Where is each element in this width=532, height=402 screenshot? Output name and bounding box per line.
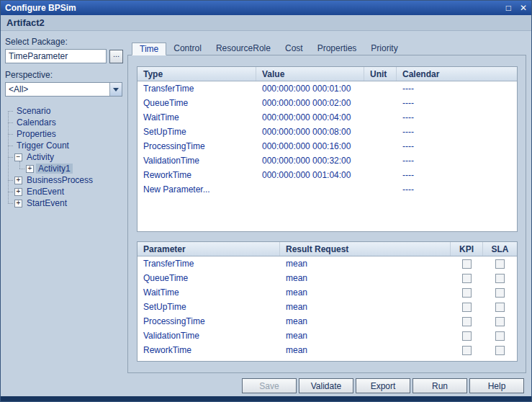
result-cell[interactable]: mean [280, 285, 451, 300]
plus-box-icon[interactable] [26, 165, 34, 173]
calendar-cell[interactable]: ---- [397, 182, 517, 197]
sla-checkbox[interactable] [495, 317, 505, 326]
table-row[interactable]: SetUpTime 000:000:000 000:08:00 ---- [137, 125, 517, 139]
type-cell[interactable]: New Parameter... [137, 182, 256, 197]
table-row[interactable]: TransferTime 000:000:000 000:01:00 ---- [137, 81, 517, 96]
kpi-checkbox[interactable] [462, 317, 472, 326]
calendar-cell[interactable]: ---- [397, 96, 517, 110]
unit-cell[interactable] [364, 139, 397, 153]
result-cell[interactable]: mean [280, 300, 451, 314]
table-row[interactable]: WaitTime mean [137, 285, 517, 300]
perspective-select[interactable]: <All> [5, 82, 122, 97]
result-cell[interactable]: mean [280, 329, 451, 343]
tree-item-startevent[interactable]: StartEvent [5, 197, 123, 209]
tree-item-endevent[interactable]: EndEvent [5, 186, 123, 197]
calendar-cell[interactable]: ---- [397, 153, 517, 168]
result-cell[interactable]: mean [280, 343, 451, 357]
kpi-checkbox[interactable] [462, 331, 472, 341]
table-row[interactable]: WaitTime 000:000:000 000:04:00 ---- [137, 110, 517, 125]
close-icon[interactable]: ✕ [520, 4, 527, 12]
table-row[interactable]: QueueTime mean [137, 271, 517, 285]
col-header-calendar[interactable]: Calendar [397, 67, 517, 81]
calendar-cell[interactable]: ---- [397, 168, 517, 182]
help-button[interactable]: Help [469, 378, 524, 393]
plus-box-icon[interactable] [14, 177, 22, 184]
kpi-checkbox[interactable] [462, 346, 472, 355]
unit-cell[interactable] [364, 125, 397, 139]
unit-cell[interactable] [364, 182, 397, 197]
result-cell[interactable]: mean [280, 256, 451, 271]
col-header-unit[interactable]: Unit [364, 67, 397, 81]
result-cell[interactable]: mean [280, 271, 451, 285]
col-header-type[interactable]: Type [137, 67, 256, 81]
table-row[interactable]: QueueTime 000:000:000 000:02:00 ---- [137, 96, 517, 110]
table-row[interactable]: ReworkTime mean [137, 343, 517, 357]
col-header-kpi[interactable]: KPI [451, 242, 483, 256]
table-row[interactable]: ProcessingTime mean [137, 314, 517, 329]
table-row[interactable]: ProcessingTime 000:000:000 000:16:00 ---… [137, 139, 517, 153]
unit-cell[interactable] [364, 153, 397, 168]
sla-checkbox[interactable] [495, 346, 505, 355]
tab-time[interactable]: Time [132, 43, 166, 55]
tab-priority[interactable]: Priority [364, 43, 405, 55]
col-header-parameter[interactable]: Parameter [137, 242, 280, 256]
validate-button[interactable]: Validate [299, 378, 353, 393]
tree-item-businessprocess[interactable]: BusinessProcess [5, 174, 123, 186]
calendar-cell[interactable]: ---- [397, 139, 517, 153]
value-cell[interactable]: 000:000:000 000:08:00 [256, 125, 364, 139]
value-cell[interactable]: 000:000:000 001:04:00 [256, 168, 364, 182]
browse-button[interactable]: ... [109, 50, 123, 63]
combo-dropdown-button[interactable] [109, 83, 122, 96]
value-cell[interactable]: 000:000:000 000:04:00 [256, 110, 364, 125]
calendar-cell[interactable]: ---- [397, 125, 517, 139]
export-button[interactable]: Export [356, 378, 410, 393]
package-field[interactable]: TimeParameter [5, 49, 107, 63]
plus-box-icon[interactable] [14, 188, 22, 196]
minus-box-icon[interactable] [14, 153, 22, 161]
table-row[interactable]: ReworkTime 000:000:000 001:04:00 ---- [137, 168, 517, 182]
tree-item-calendars[interactable]: Calendars [5, 117, 123, 128]
unit-cell[interactable] [364, 81, 397, 96]
sla-checkbox[interactable] [495, 288, 505, 298]
tree-item-activity1[interactable]: Activity1 [5, 163, 123, 174]
tree-item-trigger-count[interactable]: Trigger Count [5, 140, 123, 151]
unit-cell[interactable] [364, 168, 397, 182]
col-header-value[interactable]: Value [256, 67, 364, 81]
value-cell[interactable]: 000:000:000 000:02:00 [256, 96, 364, 110]
kpi-checkbox[interactable] [462, 288, 472, 298]
table-row[interactable]: TransferTime mean [137, 256, 517, 271]
value-cell[interactable] [256, 182, 364, 197]
table-row[interactable]: ValidationTime mean [137, 329, 517, 343]
kpi-checkbox[interactable] [462, 259, 472, 269]
tab-cost[interactable]: Cost [278, 43, 310, 55]
save-button[interactable]: Save [242, 378, 297, 393]
value-cell[interactable]: 000:000:000 000:01:00 [256, 81, 364, 96]
sla-checkbox[interactable] [495, 331, 505, 341]
sla-checkbox[interactable] [495, 274, 505, 283]
sla-checkbox[interactable] [495, 259, 505, 269]
sla-checkbox[interactable] [495, 303, 505, 312]
tab-resourcerole[interactable]: ResourceRole [209, 43, 278, 55]
table-row-new-parameter[interactable]: New Parameter... ---- [137, 182, 517, 197]
table-row[interactable]: ValidationTime 000:000:000 000:32:00 ---… [137, 153, 517, 168]
kpi-checkbox[interactable] [462, 274, 472, 283]
value-cell[interactable]: 000:000:000 000:32:00 [256, 153, 364, 168]
kpi-checkbox[interactable] [462, 303, 472, 312]
unit-cell[interactable] [364, 110, 397, 125]
result-cell[interactable]: mean [280, 314, 451, 329]
value-cell[interactable]: 000:000:000 000:16:00 [256, 139, 364, 153]
calendar-cell[interactable]: ---- [397, 110, 517, 125]
tree-item-scenario[interactable]: Scenario [5, 105, 123, 117]
tree-item-properties[interactable]: Properties [5, 128, 123, 140]
run-button[interactable]: Run [412, 378, 467, 393]
table-row[interactable]: SetUpTime mean [137, 300, 517, 314]
tab-properties[interactable]: Properties [310, 43, 364, 55]
maximize-icon[interactable]: □ [506, 4, 511, 12]
tab-control[interactable]: Control [166, 43, 209, 55]
plus-box-icon[interactable] [14, 200, 22, 207]
unit-cell[interactable] [364, 96, 397, 110]
tree-item-activity[interactable]: Activity [5, 151, 123, 163]
col-header-result-request[interactable]: Result Request [280, 242, 451, 256]
col-header-sla[interactable]: SLA [483, 242, 517, 256]
calendar-cell[interactable]: ---- [397, 81, 517, 96]
